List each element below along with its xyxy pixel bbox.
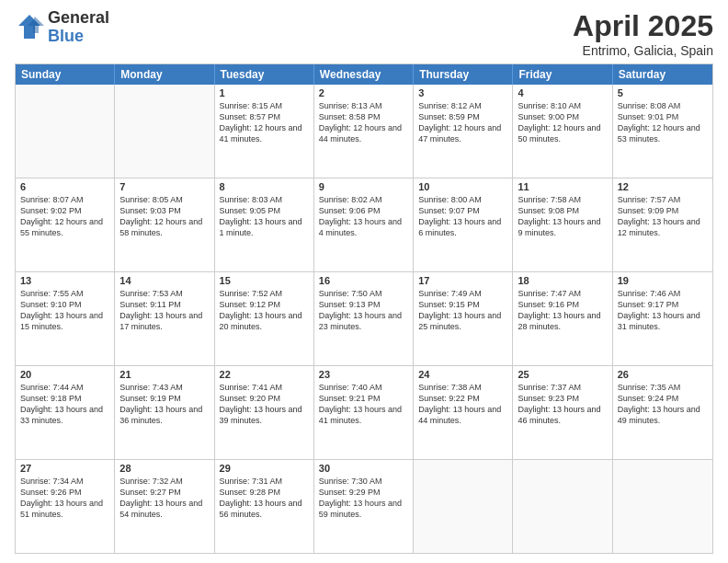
- cell-content: Sunrise: 7:49 AMSunset: 9:15 PMDaylight:…: [418, 288, 507, 333]
- cell-day-number: 16: [319, 275, 408, 286]
- cell-day-number: 15: [220, 275, 309, 286]
- cell-content: Sunrise: 8:12 AMSunset: 8:59 PMDaylight:…: [418, 100, 507, 145]
- cell-content: Sunrise: 7:31 AMSunset: 9:28 PMDaylight:…: [220, 476, 309, 521]
- cell-content: Sunrise: 7:52 AMSunset: 9:12 PMDaylight:…: [220, 288, 309, 333]
- calendar-cell: [613, 460, 712, 553]
- cell-day-number: 8: [220, 181, 309, 192]
- cell-content: Sunrise: 7:55 AMSunset: 9:10 PMDaylight:…: [20, 288, 109, 333]
- calendar-cell: [16, 85, 115, 178]
- cell-content: Sunrise: 8:00 AMSunset: 9:07 PMDaylight:…: [418, 194, 507, 239]
- cell-day-number: 10: [418, 181, 507, 192]
- cell-content: Sunrise: 8:13 AMSunset: 8:58 PMDaylight:…: [319, 100, 408, 145]
- calendar-cell: 5Sunrise: 8:08 AMSunset: 9:01 PMDaylight…: [613, 85, 712, 178]
- calendar-week-5: 27Sunrise: 7:34 AMSunset: 9:26 PMDayligh…: [16, 459, 712, 553]
- cell-content: Sunrise: 8:05 AMSunset: 9:03 PMDaylight:…: [119, 194, 209, 239]
- title-location: Entrimo, Galicia, Spain: [573, 43, 713, 58]
- calendar-cell: 9Sunrise: 8:02 AMSunset: 9:06 PMDaylight…: [314, 178, 414, 271]
- cell-content: Sunrise: 8:08 AMSunset: 9:01 PMDaylight:…: [618, 100, 708, 145]
- calendar-week-2: 6Sunrise: 8:07 AMSunset: 9:02 PMDaylight…: [16, 178, 712, 271]
- calendar-header-tuesday: Tuesday: [215, 64, 314, 85]
- calendar-cell: [414, 460, 513, 553]
- cell-day-number: 4: [518, 87, 607, 98]
- calendar-header-saturday: Saturday: [613, 64, 712, 85]
- cell-content: Sunrise: 7:57 AMSunset: 9:09 PMDaylight:…: [618, 194, 708, 239]
- calendar: SundayMondayTuesdayWednesdayThursdayFrid…: [15, 63, 713, 554]
- cell-day-number: 11: [518, 181, 607, 192]
- cell-content: Sunrise: 7:40 AMSunset: 9:21 PMDaylight:…: [319, 382, 408, 427]
- cell-day-number: 20: [20, 369, 109, 380]
- calendar-cell: 27Sunrise: 7:34 AMSunset: 9:26 PMDayligh…: [16, 460, 115, 553]
- cell-day-number: 17: [418, 275, 507, 286]
- calendar-cell: 29Sunrise: 7:31 AMSunset: 9:28 PMDayligh…: [215, 460, 314, 553]
- cell-content: Sunrise: 7:38 AMSunset: 9:22 PMDaylight:…: [418, 382, 507, 427]
- cell-content: Sunrise: 7:58 AMSunset: 9:08 PMDaylight:…: [518, 194, 607, 239]
- title-block: April 2025 Entrimo, Galicia, Spain: [573, 9, 713, 58]
- calendar-cell: 24Sunrise: 7:38 AMSunset: 9:22 PMDayligh…: [414, 366, 513, 459]
- calendar-cell: 4Sunrise: 8:10 AMSunset: 9:00 PMDaylight…: [513, 85, 612, 178]
- calendar-cell: [115, 85, 214, 178]
- cell-content: Sunrise: 8:15 AMSunset: 8:57 PMDaylight:…: [220, 100, 309, 145]
- cell-day-number: 6: [20, 181, 109, 192]
- calendar-header-thursday: Thursday: [414, 64, 513, 85]
- calendar-header-monday: Monday: [115, 64, 214, 85]
- cell-day-number: 1: [220, 87, 309, 98]
- logo-icon: [15, 13, 44, 42]
- cell-day-number: 12: [618, 181, 708, 192]
- calendar-cell: 20Sunrise: 7:44 AMSunset: 9:18 PMDayligh…: [16, 366, 115, 459]
- calendar-cell: 1Sunrise: 8:15 AMSunset: 8:57 PMDaylight…: [215, 85, 314, 178]
- cell-day-number: 13: [20, 275, 109, 286]
- cell-day-number: 21: [119, 369, 209, 380]
- calendar-cell: 15Sunrise: 7:52 AMSunset: 9:12 PMDayligh…: [215, 272, 314, 365]
- calendar-week-4: 20Sunrise: 7:44 AMSunset: 9:18 PMDayligh…: [16, 365, 712, 459]
- cell-day-number: 24: [418, 369, 507, 380]
- calendar-cell: 28Sunrise: 7:32 AMSunset: 9:27 PMDayligh…: [115, 460, 214, 553]
- cell-content: Sunrise: 7:35 AMSunset: 9:24 PMDaylight:…: [618, 382, 708, 427]
- cell-content: Sunrise: 7:46 AMSunset: 9:17 PMDaylight:…: [618, 288, 708, 333]
- cell-content: Sunrise: 7:50 AMSunset: 9:13 PMDaylight:…: [319, 288, 408, 333]
- calendar-body: 1Sunrise: 8:15 AMSunset: 8:57 PMDaylight…: [16, 85, 712, 553]
- cell-content: Sunrise: 7:32 AMSunset: 9:27 PMDaylight:…: [119, 476, 209, 521]
- calendar-cell: 17Sunrise: 7:49 AMSunset: 9:15 PMDayligh…: [414, 272, 513, 365]
- cell-content: Sunrise: 7:47 AMSunset: 9:16 PMDaylight:…: [518, 288, 607, 333]
- calendar-header-wednesday: Wednesday: [314, 64, 414, 85]
- cell-day-number: 22: [220, 369, 309, 380]
- calendar-cell: 10Sunrise: 8:00 AMSunset: 9:07 PMDayligh…: [414, 178, 513, 271]
- header: General Blue April 2025 Entrimo, Galicia…: [15, 9, 713, 58]
- cell-day-number: 26: [618, 369, 708, 380]
- cell-day-number: 2: [319, 87, 408, 98]
- calendar-header-sunday: Sunday: [16, 64, 115, 85]
- calendar-cell: 8Sunrise: 8:03 AMSunset: 9:05 PMDaylight…: [215, 178, 314, 271]
- calendar-cell: 23Sunrise: 7:40 AMSunset: 9:21 PMDayligh…: [314, 366, 414, 459]
- cell-content: Sunrise: 8:10 AMSunset: 9:00 PMDaylight:…: [518, 100, 607, 145]
- cell-content: Sunrise: 7:44 AMSunset: 9:18 PMDaylight:…: [20, 382, 109, 427]
- cell-day-number: 28: [119, 463, 209, 474]
- cell-content: Sunrise: 8:03 AMSunset: 9:05 PMDaylight:…: [220, 194, 309, 239]
- calendar-header-friday: Friday: [513, 64, 612, 85]
- cell-day-number: 27: [20, 463, 109, 474]
- calendar-cell: 16Sunrise: 7:50 AMSunset: 9:13 PMDayligh…: [314, 272, 414, 365]
- calendar-cell: 26Sunrise: 7:35 AMSunset: 9:24 PMDayligh…: [613, 366, 712, 459]
- logo: General Blue: [15, 9, 109, 46]
- cell-day-number: 5: [618, 87, 708, 98]
- calendar-cell: 6Sunrise: 8:07 AMSunset: 9:02 PMDaylight…: [16, 178, 115, 271]
- calendar-cell: 21Sunrise: 7:43 AMSunset: 9:19 PMDayligh…: [115, 366, 214, 459]
- calendar-cell: 2Sunrise: 8:13 AMSunset: 8:58 PMDaylight…: [314, 85, 414, 178]
- cell-content: Sunrise: 7:43 AMSunset: 9:19 PMDaylight:…: [119, 382, 209, 427]
- calendar-week-3: 13Sunrise: 7:55 AMSunset: 9:10 PMDayligh…: [16, 271, 712, 365]
- calendar-header: SundayMondayTuesdayWednesdayThursdayFrid…: [16, 64, 712, 85]
- calendar-cell: 7Sunrise: 8:05 AMSunset: 9:03 PMDaylight…: [115, 178, 214, 271]
- calendar-cell: 3Sunrise: 8:12 AMSunset: 8:59 PMDaylight…: [414, 85, 513, 178]
- cell-day-number: 23: [319, 369, 408, 380]
- logo-general-text: General: [48, 9, 109, 28]
- cell-day-number: 19: [618, 275, 708, 286]
- logo-text: General Blue: [48, 9, 109, 46]
- calendar-cell: 12Sunrise: 7:57 AMSunset: 9:09 PMDayligh…: [613, 178, 712, 271]
- cell-content: Sunrise: 7:30 AMSunset: 9:29 PMDaylight:…: [319, 476, 408, 521]
- calendar-cell: 22Sunrise: 7:41 AMSunset: 9:20 PMDayligh…: [215, 366, 314, 459]
- cell-day-number: 18: [518, 275, 607, 286]
- cell-content: Sunrise: 7:37 AMSunset: 9:23 PMDaylight:…: [518, 382, 607, 427]
- calendar-cell: 14Sunrise: 7:53 AMSunset: 9:11 PMDayligh…: [115, 272, 214, 365]
- title-month: April 2025: [573, 9, 713, 43]
- cell-content: Sunrise: 7:41 AMSunset: 9:20 PMDaylight:…: [220, 382, 309, 427]
- logo-blue-text: Blue: [48, 28, 109, 46]
